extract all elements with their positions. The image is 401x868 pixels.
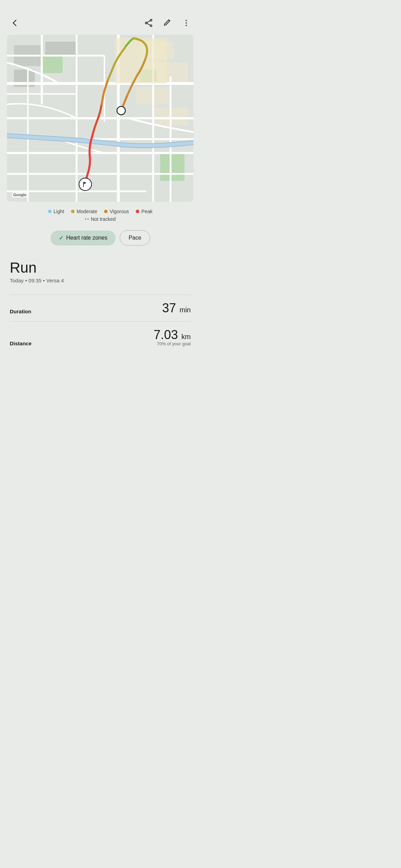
legend-moderate-label: Moderate: [77, 209, 97, 214]
distance-value: 7.03 km: [154, 329, 191, 341]
activity-title: Run: [10, 259, 191, 276]
pace-label: Pace: [128, 235, 141, 241]
google-logo: Google: [12, 192, 28, 198]
svg-rect-36: [115, 38, 167, 83]
svg-rect-18: [42, 56, 63, 73]
legend-light-label: Light: [54, 209, 64, 214]
peak-dot: [136, 210, 139, 213]
svg-point-37: [117, 106, 125, 115]
svg-line-3: [147, 21, 150, 23]
svg-rect-13: [45, 42, 77, 56]
not-tracked-icon: [85, 218, 89, 220]
duration-value: 37 min: [162, 301, 191, 315]
legend-container: Light Moderate Vigorous Peak Not tracked: [0, 202, 200, 225]
legend-light: Light: [48, 209, 64, 214]
duration-row: Duration 37 min: [10, 295, 191, 321]
legend-moderate: Moderate: [71, 209, 97, 214]
legend-row: Light Moderate Vigorous Peak: [48, 209, 152, 214]
svg-rect-39: [83, 182, 84, 187]
distance-label: Distance: [10, 340, 32, 346]
heart-rate-zones-button[interactable]: ✓ Heart rate zones: [50, 231, 116, 246]
heart-rate-zones-label: Heart rate zones: [66, 235, 107, 241]
activity-meta: Today • 09:35 • Versa 4: [10, 278, 191, 283]
edit-button[interactable]: [162, 17, 173, 29]
distance-row: Distance 7.03 km 70% of your goal: [10, 321, 191, 353]
svg-point-8: [186, 25, 187, 26]
svg-point-6: [186, 20, 187, 21]
back-button[interactable]: [8, 17, 21, 29]
light-dot: [48, 210, 52, 213]
svg-point-7: [186, 22, 187, 24]
activity-section: Run Today • 09:35 • Versa 4 Duration 37 …: [0, 254, 200, 353]
legend-vigorous: Vigorous: [104, 209, 129, 214]
legend-peak: Peak: [136, 209, 152, 214]
svg-rect-20: [160, 153, 184, 181]
map-container: Google: [7, 35, 194, 202]
pace-button[interactable]: Pace: [120, 230, 150, 246]
duration-label: Duration: [10, 308, 31, 314]
more-options-button[interactable]: [180, 17, 192, 29]
toggle-row: ✓ Heart rate zones Pace: [0, 225, 200, 254]
not-tracked-label: Not tracked: [91, 216, 116, 222]
moderate-dot: [71, 210, 74, 213]
svg-line-5: [169, 20, 170, 21]
svg-point-38: [79, 178, 92, 191]
top-bar: [0, 0, 200, 35]
vigorous-dot: [104, 210, 108, 213]
svg-line-4: [147, 23, 150, 25]
check-icon: ✓: [59, 235, 63, 241]
distance-sub: 70% of your goal: [154, 341, 191, 346]
share-button[interactable]: [143, 17, 155, 29]
legend-vigorous-label: Vigorous: [110, 209, 129, 214]
legend-not-tracked: Not tracked: [85, 216, 116, 222]
legend-peak-label: Peak: [141, 209, 152, 214]
